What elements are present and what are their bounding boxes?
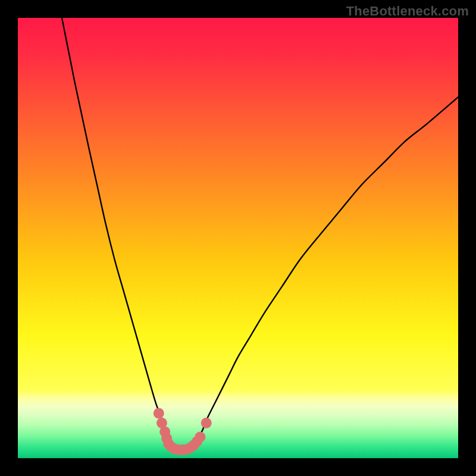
heatmap-background [18,18,458,458]
bottleneck-chart [18,18,458,458]
watermark-text: TheBottleneck.com [346,4,469,19]
plot-area [18,18,458,458]
marker-dot [201,418,212,428]
chart-frame: TheBottleneck.com [0,0,476,476]
marker-dot [154,408,164,419]
marker-dot [195,431,205,442]
